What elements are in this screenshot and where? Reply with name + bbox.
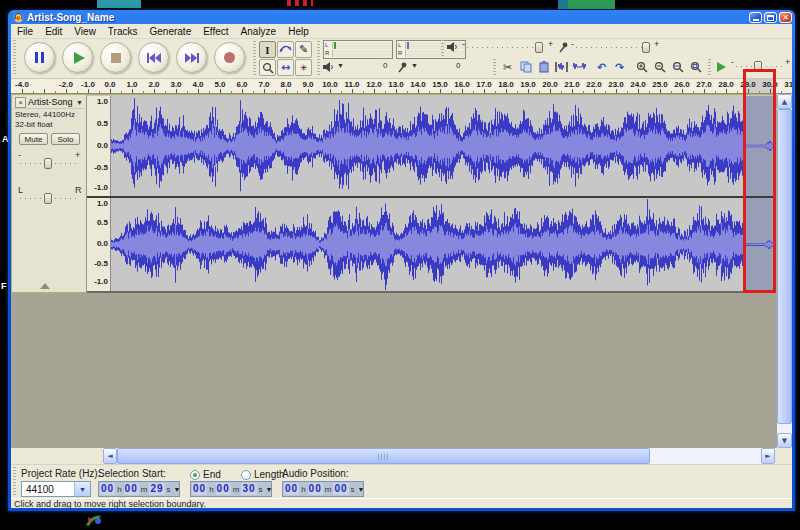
slider-thumb[interactable] [44, 158, 52, 169]
skip-to-start-button[interactable] [138, 42, 169, 73]
menu-edit[interactable]: Edit [39, 26, 68, 37]
audio-position-field[interactable]: 00h00m00s▼ [282, 481, 364, 497]
minutes-value[interactable]: 00 [216, 483, 231, 495]
copy-button[interactable] [517, 59, 534, 75]
cut-button[interactable]: ✂ [499, 59, 516, 75]
timeshift-tool-button[interactable]: ↔ [277, 59, 294, 76]
menu-help[interactable]: Help [282, 26, 315, 37]
hours-value[interactable]: 00 [284, 483, 299, 495]
multi-tool-button[interactable]: ✳ [295, 59, 312, 76]
maximize-button[interactable] [764, 12, 777, 23]
meter-toolbar-grip[interactable] [317, 41, 320, 75]
input-volume-slider[interactable] [576, 41, 651, 54]
menu-tracks[interactable]: Tracks [102, 26, 144, 37]
undo-button[interactable]: ↶ [593, 59, 610, 75]
fit-selection-button[interactable] [669, 59, 686, 75]
timefield-dropdown-icon[interactable]: ▼ [174, 486, 181, 493]
minutes-value[interactable]: 00 [308, 483, 323, 495]
recording-meter-dropdown-icon[interactable]: ▼ [411, 62, 418, 69]
redo-button[interactable]: ↷ [611, 59, 628, 75]
timeline-ruler[interactable]: -4.0-2.0-1.00.01.02.03.04.05.06.07.08.09… [11, 78, 792, 94]
track-title-row[interactable]: × Artist-Song ▼ [13, 96, 85, 109]
scroll-up-button[interactable]: ▲ [777, 94, 792, 109]
edit-toolbar-grip[interactable] [493, 59, 496, 75]
zoom-out-button[interactable] [651, 59, 668, 75]
horizontal-scrollbar[interactable]: ◄ ► [103, 448, 775, 464]
recording-meter-mic-icon[interactable] [396, 61, 408, 73]
silence-audio-button[interactable] [571, 59, 588, 75]
selection-tool-button[interactable]: I [259, 41, 276, 58]
stop-button[interactable] [100, 42, 131, 73]
end-radio[interactable]: End [190, 469, 221, 480]
slider-thumb[interactable] [44, 193, 52, 204]
track-collapse-handle[interactable] [40, 283, 50, 289]
close-button[interactable]: ✕ [779, 12, 792, 23]
track-close-button[interactable]: × [15, 97, 26, 108]
seconds-value[interactable]: 00 [333, 483, 348, 495]
tools-toolbar-grip[interactable] [253, 41, 256, 75]
selection-end-field[interactable]: 00h00m30s▼ [190, 481, 272, 497]
waveform-channel-right[interactable] [111, 198, 776, 291]
selection-start-field[interactable]: 00h00m29s▼ [98, 481, 180, 497]
selection-toolbar-grip[interactable] [13, 467, 16, 497]
seconds-value[interactable]: 30 [241, 483, 256, 495]
project-rate-combobox[interactable]: 44100 ▼ [21, 481, 91, 497]
seconds-value[interactable]: 29 [149, 483, 164, 495]
minutes-value[interactable]: 00 [124, 483, 139, 495]
ruler-label: 7.0 [258, 80, 269, 89]
vertical-scroll-thumb[interactable] [777, 109, 792, 424]
transport-toolbar-grip[interactable] [13, 40, 16, 76]
vertical-scrollbar[interactable]: ▲ ▼ [777, 94, 792, 448]
combo-dropdown-button[interactable]: ▼ [74, 482, 90, 496]
mixer-toolbar-grip[interactable] [441, 40, 444, 57]
scroll-left-button[interactable]: ◄ [103, 448, 117, 464]
vertical-ruler-channel-1[interactable]: 1.0 0.5 0.0 -0.5 -1.0 [87, 96, 111, 196]
menu-generate[interactable]: Generate [144, 26, 198, 37]
fit-project-button[interactable] [687, 59, 704, 75]
scroll-down-button[interactable]: ▼ [777, 433, 792, 448]
pan-slider[interactable] [20, 192, 76, 205]
hours-value[interactable]: 00 [192, 483, 207, 495]
track-control-panel[interactable]: × Artist-Song ▼ Stereo, 44100Hz 32-bit f… [12, 95, 87, 292]
draw-tool-button[interactable]: ✎ [295, 41, 312, 58]
mute-button[interactable]: Mute [19, 133, 48, 145]
menu-file[interactable]: File [11, 26, 39, 37]
zoom-in-button[interactable] [633, 59, 650, 75]
track-name[interactable]: Artist-Song [28, 97, 76, 107]
playback-meter-speaker-icon[interactable] [323, 62, 334, 72]
menu-analyze[interactable]: Analyze [235, 26, 283, 37]
gain-slider[interactable] [20, 157, 76, 170]
radio-dot[interactable] [241, 470, 251, 480]
playback-meter[interactable]: L R [323, 40, 393, 59]
timefield-dropdown-icon[interactable]: ▼ [266, 486, 273, 493]
timefield-dropdown-icon[interactable]: ▼ [358, 486, 365, 493]
scroll-right-button[interactable]: ► [761, 448, 775, 464]
track-menu-dropdown-icon[interactable]: ▼ [76, 99, 85, 106]
paste-button[interactable] [535, 59, 552, 75]
menu-view[interactable]: View [68, 26, 102, 37]
horizontal-scroll-thumb[interactable] [117, 448, 650, 464]
zoom-tool-button[interactable] [259, 59, 276, 76]
title-bar[interactable]: Artist-Song_Name ✕ [11, 11, 792, 24]
vertical-ruler-channel-2[interactable]: 1.0 0.5 0.0 -0.5 -1.0 [87, 198, 111, 291]
hours-value[interactable]: 00 [100, 483, 115, 495]
length-radio[interactable]: Length [241, 469, 285, 480]
play-at-speed-button[interactable] [713, 59, 730, 75]
play-button[interactable] [62, 42, 93, 73]
radio-dot-selected[interactable] [190, 470, 200, 480]
slider-thumb[interactable] [535, 42, 543, 53]
solo-button[interactable]: Solo [51, 133, 80, 145]
menu-effect[interactable]: Effect [197, 26, 234, 37]
slider-thumb[interactable] [642, 42, 650, 53]
skip-to-end-button[interactable] [176, 42, 207, 73]
minimize-button[interactable] [749, 12, 762, 23]
record-button[interactable] [214, 42, 245, 73]
transcription-toolbar-grip[interactable] [708, 59, 711, 75]
trim-audio-button[interactable] [553, 59, 570, 75]
pause-button[interactable] [24, 42, 55, 73]
output-volume-slider[interactable] [467, 41, 545, 54]
playback-meter-dropdown-icon[interactable]: ▼ [337, 62, 344, 69]
desktop-shortcut-icon[interactable] [84, 512, 104, 529]
envelope-tool-button[interactable] [277, 41, 294, 58]
waveform-channel-left[interactable] [111, 96, 776, 196]
